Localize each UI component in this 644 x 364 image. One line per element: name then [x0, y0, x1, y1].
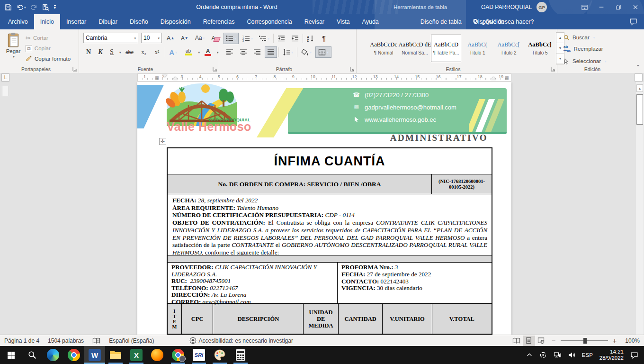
numbering-button[interactable]: ▾: [240, 33, 255, 44]
find-button[interactable]: Buscar▾: [564, 32, 595, 43]
show-paragraph-marks-button[interactable]: ¶: [318, 33, 330, 44]
firefox-icon[interactable]: [147, 346, 168, 364]
change-case-button[interactable]: Aa▾: [193, 33, 206, 43]
tab-inicio[interactable]: Inicio: [34, 14, 60, 29]
replace-button[interactable]: ab⇢ac Reemplazar: [564, 44, 603, 54]
tab-correspondencia[interactable]: Correspondencia: [241, 14, 298, 29]
style-titulo-2[interactable]: AaBbCc[ Título 2: [493, 35, 524, 62]
restore-icon[interactable]: [610, 0, 627, 14]
paste-button[interactable]: Pegar ▾: [3, 32, 24, 64]
tab-diseno-de-tabla[interactable]: Diseño de tabla: [414, 14, 468, 29]
style-titulo-1[interactable]: AaBbC( Título 1: [462, 35, 492, 62]
document-page[interactable]: ☎ (02)2773220 / 2773300 ✉ gadprvalleherm…: [137, 82, 511, 335]
select-button[interactable]: Seleccionar▾: [564, 56, 607, 66]
scroll-up-icon[interactable]: ▲: [636, 84, 643, 92]
tab-referencias[interactable]: Referencias: [197, 14, 241, 29]
superscript-button[interactable]: x²: [152, 46, 163, 58]
dialog-launcher-icon[interactable]: [350, 67, 355, 72]
tab-disposicion-tabla[interactable]: Disposición: [468, 14, 510, 29]
word-taskbar-icon[interactable]: W: [84, 346, 105, 364]
hanging-indent-marker[interactable]: [173, 77, 178, 80]
tab-diseno[interactable]: Diseño: [124, 14, 154, 29]
col-cantidad[interactable]: CANTIDAD: [338, 304, 382, 334]
cut-button[interactable]: ✂ Cortar: [26, 33, 48, 43]
avatar[interactable]: GP: [537, 2, 547, 12]
print-preview-icon[interactable]: [42, 4, 49, 11]
highlight-button[interactable]: ab: [181, 46, 196, 58]
print-layout-icon[interactable]: [523, 336, 535, 346]
line-spacing-button[interactable]: ▾: [280, 46, 295, 58]
grow-font-button[interactable]: A▲: [165, 33, 176, 43]
dialog-launcher-icon[interactable]: [213, 67, 217, 72]
tab-vista[interactable]: Vista: [331, 14, 356, 29]
save-icon[interactable]: [5, 4, 12, 11]
customize-qat-icon[interactable]: ▾: [54, 5, 56, 9]
align-center-button[interactable]: [237, 46, 250, 58]
minimize-icon[interactable]: [593, 0, 610, 14]
style-normal-sa[interactable]: AaBbCcD dE Normal Sa...: [400, 35, 430, 62]
zoom-out-button[interactable]: −: [547, 335, 557, 346]
separator-row[interactable]: [168, 255, 492, 262]
comments-icon[interactable]: [629, 18, 637, 26]
tab-ayuda[interactable]: Ayuda: [356, 14, 385, 29]
subscript-button[interactable]: x₂: [138, 46, 150, 58]
borders-button[interactable]: ▾: [315, 46, 331, 58]
word-count[interactable]: 1504 palabras: [44, 335, 88, 346]
col-cpc[interactable]: CPC: [181, 304, 213, 334]
calculator-icon[interactable]: [230, 346, 251, 364]
order-number-label[interactable]: No. DE ORDEN DE COMPRA: SERVICIO / BIEN …: [168, 174, 431, 194]
increase-indent-button[interactable]: [289, 33, 301, 44]
tab-disposicion[interactable]: Disposición: [154, 14, 197, 29]
redo-icon[interactable]: [31, 4, 37, 10]
bullets-button[interactable]: ▾: [224, 33, 239, 44]
style-normal[interactable]: AaBbCcDc ¶ Normal: [368, 35, 399, 62]
volume-icon[interactable]: [568, 351, 575, 359]
collapse-ribbon-icon[interactable]: ⌃: [636, 64, 640, 70]
align-left-button[interactable]: [224, 46, 236, 58]
chrome-profile-icon[interactable]: [168, 346, 188, 364]
copy-button[interactable]: ⧉ Copiar: [26, 44, 51, 53]
zoom-level[interactable]: 100%: [621, 335, 644, 346]
proofing-status-icon[interactable]: [88, 335, 105, 346]
zoom-in-button[interactable]: +: [612, 335, 621, 346]
tray-meet-now-icon[interactable]: [539, 351, 547, 359]
vertical-scrollbar[interactable]: ▲: [636, 82, 644, 335]
read-mode-icon[interactable]: [510, 336, 523, 346]
nic-code[interactable]: (NIC-1768120600001-00105-2022): [431, 174, 492, 194]
horizontal-ruler[interactable]: 12345678910111213141516171819 ▦ ▦: [137, 73, 511, 82]
col-v-total[interactable]: V.TOTAL: [432, 304, 492, 334]
col-descripcion[interactable]: DESCRIPCIÓN: [213, 304, 303, 334]
tab-revisar[interactable]: Revisar: [298, 14, 331, 29]
italic-button[interactable]: K: [96, 46, 105, 58]
proforma-cell[interactable]: PROFORMA Nro.: 3 FECHA: 27 de septiembre…: [337, 263, 492, 303]
zoom-slider[interactable]: [561, 340, 608, 341]
shading-button[interactable]: ▾: [299, 46, 314, 58]
style-titulo-5[interactable]: AaBbCc] Título 5: [525, 35, 555, 62]
tab-dibujar[interactable]: Dibujar: [92, 14, 124, 29]
bold-button[interactable]: N: [83, 46, 94, 58]
col-v-unitario[interactable]: V.UNITARIO: [382, 304, 431, 334]
web-layout-icon[interactable]: [535, 336, 547, 346]
table-column-marker[interactable]: ▦: [505, 76, 509, 80]
ruler-toggle-button[interactable]: [635, 73, 643, 82]
text-effects-button[interactable]: A▾: [167, 46, 179, 58]
start-button[interactable]: [0, 346, 22, 364]
align-right-button[interactable]: [251, 46, 263, 58]
style-table-paragraph[interactable]: AaBbCcD ¶ Table Pa...: [431, 35, 461, 62]
zoom-slider-thumb[interactable]: [583, 338, 587, 344]
dialog-launcher-icon[interactable]: [72, 67, 77, 72]
edge-icon[interactable]: [43, 346, 63, 364]
col-item[interactable]: I T E M: [168, 304, 181, 334]
right-indent-marker[interactable]: [491, 77, 496, 80]
close-icon[interactable]: [627, 0, 644, 14]
tab-archivo[interactable]: Archivo: [2, 14, 34, 29]
language-indicator[interactable]: Español (España): [105, 335, 158, 346]
table-move-handle-icon[interactable]: ✛: [159, 138, 166, 145]
paint-icon[interactable]: [209, 346, 230, 364]
chrome-icon[interactable]: [63, 346, 84, 364]
font-color-button[interactable]: A: [202, 46, 214, 58]
dialog-launcher-icon[interactable]: [551, 67, 555, 72]
account-area[interactable]: GAD PARROQUIAL GP: [481, 0, 547, 14]
strikethrough-button[interactable]: abc: [123, 46, 136, 58]
accessibility-status[interactable]: Accesibilidad: es necesario investigar: [185, 335, 297, 346]
